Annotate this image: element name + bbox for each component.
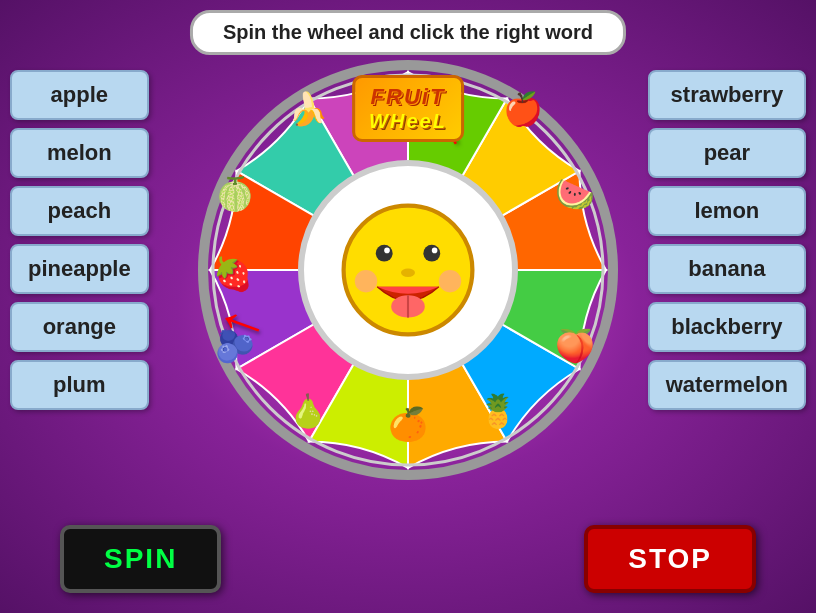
- stop-button[interactable]: STOP: [584, 525, 756, 593]
- svg-point-5: [384, 248, 390, 254]
- word-orange[interactable]: orange: [10, 302, 149, 352]
- smiley-face: [338, 200, 478, 340]
- word-watermelon[interactable]: watermelon: [648, 360, 806, 410]
- word-lemon[interactable]: lemon: [648, 186, 806, 236]
- word-melon[interactable]: melon: [10, 128, 149, 178]
- svg-point-8: [439, 270, 461, 292]
- word-peach[interactable]: peach: [10, 186, 149, 236]
- svg-point-11: [401, 269, 415, 277]
- wheel-text: WHeeL: [369, 110, 447, 133]
- svg-point-7: [355, 270, 377, 292]
- word-plum[interactable]: plum: [10, 360, 149, 410]
- spin-button[interactable]: SPIN: [60, 525, 221, 593]
- wheel-center: [298, 160, 518, 380]
- fruit-wheel-label: FRUiT WHeeL: [352, 75, 464, 142]
- fruit-text: FRUiT: [369, 84, 447, 110]
- word-pear[interactable]: pear: [648, 128, 806, 178]
- word-banana[interactable]: banana: [648, 244, 806, 294]
- word-pineapple[interactable]: pineapple: [10, 244, 149, 294]
- word-apple[interactable]: apple: [10, 70, 149, 120]
- word-strawberry[interactable]: strawberry: [648, 70, 806, 120]
- svg-point-3: [376, 245, 393, 262]
- svg-point-6: [432, 248, 438, 254]
- fruit-wheel[interactable]: 🍎 🍉 🍑 🍍 🍊 🍐 🫐 🍓 🍈 🍌 FRUiT WHeeL ↑ ←: [193, 55, 623, 485]
- left-word-list: apple melon peach pineapple orange plum: [10, 70, 149, 410]
- word-blackberry[interactable]: blackberry: [648, 302, 806, 352]
- svg-point-4: [423, 245, 440, 262]
- right-word-list: strawberry pear lemon banana blackberry …: [648, 70, 806, 410]
- instruction-title: Spin the wheel and click the right word: [190, 10, 626, 55]
